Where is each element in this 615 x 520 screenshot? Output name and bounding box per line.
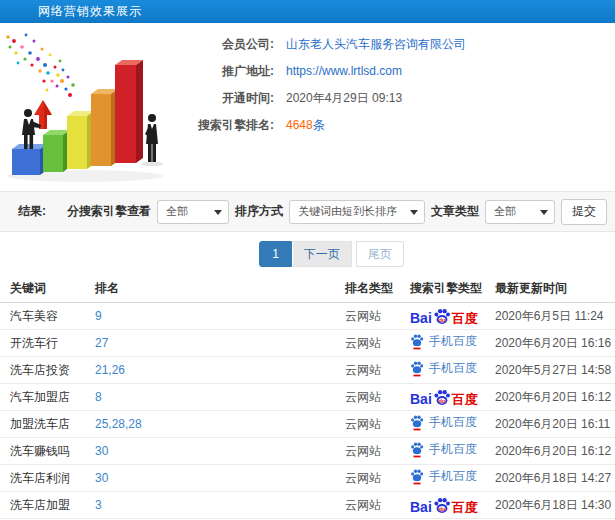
header-engine-type: 搜索引擎类型	[410, 275, 495, 303]
member-info-panel: 会员公司:山东老人头汽车服务咨询有限公司 推广地址:https://www.lr…	[182, 23, 466, 191]
table-row: 洗车店投资 21,26 云网站 手机百度 2020年5月27日 14:58	[0, 357, 615, 384]
engine-type-cell: 手机百度	[410, 465, 495, 492]
engine-filter-select[interactable]: 全部	[157, 200, 229, 224]
header-update-time: 最新更新时间	[495, 275, 615, 303]
engine-filter-value: 全部	[166, 204, 188, 219]
table-row: 汽车美容 9 云网站 Bai du 百度 2020年6月5日 11:24	[0, 303, 615, 330]
keyword-cell: 洗车赚钱吗	[0, 438, 95, 465]
member-company-row: 会员公司:山东老人头汽车服务咨询有限公司	[182, 37, 466, 52]
article-type-value: 全部	[494, 204, 516, 219]
table-row: 洗车赚钱吗 30 云网站 手机百度 2020年6月20日 16:12	[0, 438, 615, 465]
baidu-paw-icon: du	[433, 307, 451, 325]
update-time-cell: 2020年6月20日 16:16	[495, 330, 615, 357]
mobile-baidu-label: 手机百度	[429, 333, 477, 350]
mobile-baidu-paw-icon	[410, 414, 424, 431]
open-time-label: 开通时间:	[182, 91, 274, 106]
table-row: 洗车店利润 30 云网站 手机百度 2020年6月18日 14:27	[0, 465, 615, 492]
chevron-down-icon	[540, 210, 548, 215]
rank-cell: 8	[95, 384, 345, 411]
sort-filter-select[interactable]: 关键词由短到长排序	[289, 200, 425, 224]
rank-cell: 30	[95, 438, 345, 465]
baidu-paw-icon: du	[433, 388, 451, 406]
table-row: 加盟洗车店 25,28,28 云网站 手机百度 2020年6月20日 16:11	[0, 411, 615, 438]
rank-cell: 27	[95, 330, 345, 357]
result-label: 结果:	[18, 203, 46, 220]
rank-type-cell: 云网站	[345, 438, 410, 465]
keyword-cell: 汽车美容	[0, 303, 95, 330]
rank-type-cell: 云网站	[345, 411, 410, 438]
table-row: 汽车加盟店 8 云网站 Bai du 百度 2020年6月20日 16:12	[0, 384, 615, 411]
page-number-current[interactable]: 1	[259, 241, 292, 267]
baidu-logo: Bai du 百度	[410, 388, 478, 406]
keyword-cell: 加盟洗车店	[0, 411, 95, 438]
header-keyword: 关键词	[0, 275, 95, 303]
article-type-select[interactable]: 全部	[485, 200, 555, 224]
baidu-paw-icon: du	[433, 496, 451, 514]
rank-type-cell: 云网站	[345, 330, 410, 357]
submit-button[interactable]: 提交	[561, 199, 607, 225]
update-time-cell: 2020年6月20日 16:12	[495, 438, 615, 465]
engine-rank-row: 搜索引擎排名:4648条	[182, 118, 466, 133]
table-row: 洗车店加盟 3 云网站 Bai du 百度 2020年6月18日 14:30	[0, 492, 615, 519]
chevron-down-icon	[410, 210, 418, 215]
table-header-row: 关键词 排名 排名类型 搜索引擎类型 最新更新时间	[0, 275, 615, 303]
engine-type-cell: Bai du 百度	[410, 492, 495, 519]
engine-type-cell: 手机百度	[410, 330, 495, 357]
update-time-cell: 2020年6月20日 16:12	[495, 384, 615, 411]
bar-green	[43, 130, 70, 172]
engine-type-cell: Bai du 百度	[410, 384, 495, 411]
table-body: 汽车美容 9 云网站 Bai du 百度 2020年6月5日 11:24 开洗车…	[0, 303, 615, 519]
rank-type-cell: 云网站	[345, 303, 410, 330]
engine-type-cell: 手机百度	[410, 357, 495, 384]
mobile-baidu-paw-icon	[410, 441, 424, 458]
engine-rank-count: 4648	[286, 118, 313, 132]
open-time-value: 2020年4月29日 09:13	[286, 91, 402, 105]
baidu-logo: Bai du 百度	[410, 496, 478, 514]
update-time-cell: 2020年6月5日 11:24	[495, 303, 615, 330]
update-time-cell: 2020年6月18日 14:30	[495, 492, 615, 519]
mobile-baidu-logo: 手机百度	[410, 414, 477, 431]
bar-red	[115, 60, 143, 163]
mobile-baidu-paw-icon	[410, 333, 424, 350]
header-rank-type: 排名类型	[345, 275, 410, 303]
bar-chart-illustration	[0, 23, 182, 189]
sort-filter-label: 排序方式	[235, 203, 283, 220]
engine-type-cell: 手机百度	[410, 411, 495, 438]
next-page-button[interactable]: 下一页	[292, 241, 352, 267]
filter-bar: 结果: 分搜索引擎查看 全部 排序方式 关键词由短到长排序 文章类型 全部 提交	[0, 191, 615, 232]
svg-text:du: du	[439, 505, 445, 511]
mobile-baidu-paw-icon	[410, 468, 424, 485]
rank-type-cell: 云网站	[345, 384, 410, 411]
mobile-baidu-label: 手机百度	[429, 360, 477, 377]
businessman-right	[141, 114, 163, 167]
pagination: 1 下一页 尾页	[0, 241, 615, 267]
results-table: 关键词 排名 排名类型 搜索引擎类型 最新更新时间 汽车美容 9 云网站 Bai…	[0, 275, 615, 519]
baidu-logo: Bai du 百度	[410, 307, 478, 325]
last-page-button[interactable]: 尾页	[356, 241, 404, 267]
rank-type-cell: 云网站	[345, 465, 410, 492]
bar-orange	[91, 89, 118, 166]
info-section: 会员公司:山东老人头汽车服务咨询有限公司 推广地址:https://www.lr…	[0, 23, 615, 191]
engine-rank-unit: 条	[313, 118, 325, 132]
engine-type-cell: Bai du 百度	[410, 303, 495, 330]
rank-type-cell: 云网站	[345, 357, 410, 384]
update-time-cell: 2020年6月18日 14:27	[495, 465, 615, 492]
rank-type-cell: 云网站	[345, 492, 410, 519]
member-company-link[interactable]: 山东老人头汽车服务咨询有限公司	[286, 37, 466, 51]
promo-url-link[interactable]: https://www.lrtlsd.com	[286, 64, 402, 78]
rank-cell: 30	[95, 465, 345, 492]
table-row: 开洗车行 27 云网站 手机百度 2020年6月20日 16:16	[0, 330, 615, 357]
keyword-cell: 洗车店加盟	[0, 492, 95, 519]
promo-url-row: 推广地址:https://www.lrtlsd.com	[182, 64, 466, 79]
keyword-cell: 洗车店利润	[0, 465, 95, 492]
mobile-baidu-label: 手机百度	[429, 441, 477, 458]
mobile-baidu-paw-icon	[410, 360, 424, 377]
rank-cell: 9	[95, 303, 345, 330]
svg-text:du: du	[439, 397, 445, 403]
keyword-cell: 汽车加盟店	[0, 384, 95, 411]
sort-filter-value: 关键词由短到长排序	[298, 204, 397, 219]
confetti-dots	[6, 34, 74, 97]
keyword-cell: 洗车店投资	[0, 357, 95, 384]
engine-rank-label: 搜索引擎排名:	[182, 118, 274, 133]
mobile-baidu-logo: 手机百度	[410, 468, 477, 485]
